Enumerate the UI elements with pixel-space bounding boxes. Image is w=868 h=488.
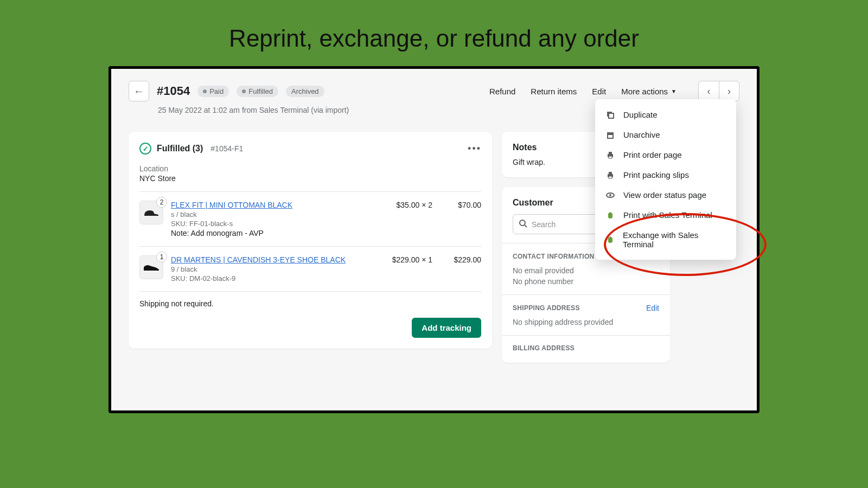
no-phone: No phone number [513,277,659,286]
duplicate-icon [605,111,616,119]
item-total: $70.00 [432,201,481,209]
item-link[interactable]: FLEX FIT | MINI OTTOMAN BLACK [171,201,292,209]
item-sku: SKU: DM-02-black-9 [171,274,373,282]
line-item: 2 FLEX FIT | MINI OTTOMAN BLACK s / blac… [139,191,481,237]
line-item: 1 DR MARTENS | CAVENDISH 3-EYE SHOE BLAC… [139,246,481,282]
shipping-note: Shipping not required. [139,291,481,308]
dropdown-print-packing[interactable]: Print packing slips [595,165,736,185]
svg-rect-10 [609,172,612,174]
terminal-app-icon [605,211,616,220]
add-tracking-button[interactable]: Add tracking [412,318,481,338]
chevron-right-icon: › [727,86,731,97]
fulfillment-menu-button[interactable]: ••• [468,143,481,155]
back-button[interactable]: ← [129,81,149,101]
app-frame: ← #1054 Paid Fulfilled Archived Refund R… [108,66,760,413]
item-note: Note: Add monogram - AVP [171,229,373,237]
chevron-left-icon: ‹ [707,86,711,97]
location-value: NYC Store [139,174,481,183]
billing-label: BILLING ADDRESS [513,344,575,352]
item-variant: 9 / black [171,265,373,273]
dropdown-duplicate[interactable]: Duplicate [595,105,736,125]
search-icon [519,219,527,229]
unarchive-icon [605,131,616,139]
customer-search-placeholder: Search [532,220,556,229]
item-thumbnail: 2 [139,201,163,224]
dropdown-print-terminal[interactable]: Print with Sales Terminal [595,205,736,225]
qty-badge: 2 [156,197,167,208]
print-icon [605,151,616,159]
svg-rect-5 [608,134,613,138]
dropdown-print-order[interactable]: Print order page [595,145,736,165]
contact-label: CONTACT INFORMATION [513,253,595,260]
dropdown-view-status[interactable]: View order status page [595,185,736,205]
edit-button[interactable]: Edit [592,87,606,96]
fulfillment-id: #1054-F1 [210,144,243,153]
svg-point-13 [609,194,611,196]
no-shipping: No shipping address provided [513,318,659,326]
page-headline: Reprint, exchange, or refund any order [0,0,868,66]
svg-rect-4 [607,132,614,134]
check-circle-icon: ✓ [139,143,151,155]
return-items-button[interactable]: Return items [531,87,577,96]
location-label: Location [139,164,481,173]
item-thumbnail: 1 [139,255,163,279]
eye-icon [605,191,616,200]
svg-rect-11 [609,176,612,178]
item-total: $229.00 [432,255,481,264]
svg-rect-7 [609,152,612,154]
svg-rect-8 [609,156,612,158]
svg-rect-3 [609,113,614,118]
svg-point-0 [520,220,525,226]
arrow-left-icon: ← [133,85,144,98]
fulfillment-card: ✓ Fulfilled (3) #1054-F1 ••• Location NY… [129,132,492,349]
item-link[interactable]: DR MARTENS | CAVENDISH 3-EYE SHOE BLACK [171,255,346,264]
terminal-app-icon [605,235,615,244]
no-email: No email provided [513,266,659,275]
item-sku: SKU: FF-01-black-s [171,220,373,228]
toolbar: ← #1054 Paid Fulfilled Archived Refund R… [129,81,739,101]
more-actions-button[interactable]: More actions ▼ [621,87,676,96]
fulfillment-title: Fulfilled (3) [157,144,203,153]
svg-line-1 [525,225,527,227]
more-actions-dropdown: Duplicate Unarchive Print order page Pri… [595,99,736,260]
prev-order-button[interactable]: ‹ [698,81,719,101]
fulfilled-badge: Fulfilled [237,86,278,97]
caret-down-icon: ▼ [671,88,676,94]
refund-button[interactable]: Refund [489,87,515,96]
archived-badge: Archived [286,86,324,97]
paid-badge: Paid [197,86,229,97]
shipping-edit-link[interactable]: Edit [646,304,659,312]
print-icon [605,171,616,179]
item-pricing: $35.00 × 2 [373,201,432,209]
dropdown-unarchive[interactable]: Unarchive [595,125,736,145]
shipping-label: SHIPPING ADDRESS [513,304,580,312]
qty-badge: 1 [156,252,167,262]
item-pricing: $229.00 × 1 [373,255,432,264]
next-order-button[interactable]: › [719,81,739,101]
dropdown-exchange-terminal[interactable]: Exchange with Sales Terminal [595,225,736,254]
item-variant: s / black [171,210,373,219]
order-number: #1054 [157,84,190,98]
